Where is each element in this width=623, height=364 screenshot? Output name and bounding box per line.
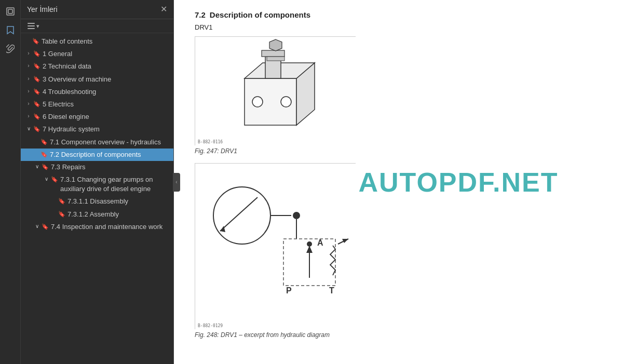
- paperclip-icon[interactable]: [3, 42, 18, 56]
- section-title: Description of components: [210, 10, 310, 19]
- sidebar-item-7-3-1-1-disassembly[interactable]: 🔖 7.3.1.1 Disassembly: [21, 195, 173, 208]
- figure-247-container: B-882-0116: [195, 36, 356, 145]
- figure-248-svg: A P T B-882-0129: [195, 164, 356, 330]
- svg-point-10: [281, 97, 291, 107]
- sidebar-toolbar: ▾: [21, 19, 173, 33]
- sidebar-item-7-2-description[interactable]: 🔖 7.2 Description of components: [21, 149, 173, 161]
- svg-rect-12: [262, 50, 285, 57]
- bookmark-panel-icon[interactable]: [3, 23, 18, 37]
- svg-rect-4: [28, 28, 35, 29]
- expand-icon[interactable]: ›: [25, 50, 32, 57]
- sidebar-item-label: 2 Technical data: [43, 62, 169, 71]
- expand-icon[interactable]: ∨: [43, 176, 50, 183]
- bookmark-icon: 🔖: [32, 37, 39, 45]
- expand-icon[interactable]: ∨: [25, 125, 32, 132]
- sidebar-item-label: 7.2 Description of components: [50, 150, 169, 159]
- bookmark-icon: 🔖: [33, 125, 40, 133]
- svg-marker-13: [269, 39, 282, 51]
- sidebar-item-label: Table of contents: [42, 37, 169, 46]
- sidebar-header: Yer İmleri ✕: [21, 0, 173, 19]
- svg-text:T: T: [329, 286, 334, 295]
- bookmark-icon: 🔖: [42, 163, 49, 171]
- sidebar-item-7-1-component[interactable]: 🔖 7.1 Component overview - hydraulics: [21, 136, 173, 149]
- toolbar-menu-button[interactable]: ▾: [27, 22, 39, 30]
- sidebar-item-2-technical[interactable]: › 🔖 2 Technical data: [21, 60, 173, 73]
- watermark-text: AUTOPDF.NET: [358, 167, 558, 198]
- sidebar-item-label: 6 Diesel engine: [43, 112, 169, 122]
- svg-text:B-882-0129: B-882-0129: [198, 323, 223, 328]
- sidebar-item-label: 4 Troubleshooting: [43, 87, 169, 97]
- bookmark-icon: 🔖: [33, 75, 40, 83]
- figure-247-caption: Fig. 247: DRV1: [195, 147, 602, 155]
- svg-point-17: [213, 187, 270, 244]
- sidebar-collapse-button[interactable]: ‹: [173, 173, 180, 192]
- svg-text:P: P: [286, 286, 292, 295]
- svg-rect-14: [267, 57, 285, 61]
- bookmark-icon: 🔖: [33, 50, 40, 58]
- expand-icon[interactable]: ∨: [33, 223, 40, 230]
- expand-icon[interactable]: ›: [25, 88, 32, 95]
- bookmark-icon: 🔖: [33, 113, 40, 120]
- figure-248-caption: Fig. 248: DRV1 – excerpt from hydraulic …: [195, 331, 602, 339]
- sidebar-item-label: 7.4 Inspection and maintenance work: [51, 222, 169, 232]
- bookmark-icon: 🔖: [33, 88, 40, 96]
- expand-icon[interactable]: ›: [25, 100, 32, 107]
- sidebar-content[interactable]: 🔖 Table of contents › 🔖 1 General › 🔖 2 …: [21, 33, 173, 364]
- sidebar-item-7-3-repairs[interactable]: ∨ 🔖 7.3 Repairs: [21, 161, 173, 173]
- sidebar-item-label: 7.3 Repairs: [51, 163, 169, 172]
- sidebar-item-label: 7 Hydraulic system: [43, 125, 169, 134]
- sidebar-panel: Yer İmleri ✕ ▾ 🔖 Table of contents › 🔖 1…: [21, 0, 174, 364]
- sidebar-item-label: 3 Overview of machine: [43, 75, 169, 84]
- sidebar-item-label: 1 General: [43, 49, 169, 59]
- sidebar-item-4-troubleshooting[interactable]: › 🔖 4 Troubleshooting: [21, 86, 173, 98]
- sidebar-item-7-3-1-changing[interactable]: ∨ 🔖 7.3.1 Changing gear pumps on auxilia…: [21, 173, 173, 195]
- sidebar-item-label: 5 Electrics: [43, 100, 169, 109]
- expand-icon[interactable]: ›: [25, 75, 32, 83]
- sidebar-item-toc[interactable]: 🔖 Table of contents: [21, 35, 173, 48]
- page-content: 7.2 Description of components DRV1: [174, 0, 623, 364]
- sidebar-item-6-diesel[interactable]: › 🔖 6 Diesel engine: [21, 111, 173, 123]
- bookmark-icon: 🔖: [51, 176, 58, 183]
- bookmark-icon: 🔖: [58, 197, 65, 205]
- drv1-label: DRV1: [195, 23, 602, 31]
- bookmark-icon: 🔖: [40, 138, 48, 146]
- bookmark-icon: 🔖: [58, 210, 65, 218]
- layers-icon[interactable]: [3, 4, 18, 19]
- bookmark-icon: 🔖: [33, 100, 40, 108]
- svg-text:A: A: [317, 238, 323, 247]
- sidebar-item-7-3-1-2-assembly[interactable]: 🔖 7.3.1.2 Assembly: [21, 208, 173, 221]
- main-content: 7.2 Description of components DRV1: [174, 0, 623, 364]
- svg-rect-1: [8, 9, 12, 14]
- left-toolbar: [0, 0, 21, 364]
- svg-rect-2: [28, 23, 35, 24]
- sidebar-item-1-general[interactable]: › 🔖 1 General: [21, 48, 173, 60]
- sidebar-item-5-electrics[interactable]: › 🔖 5 Electrics: [21, 98, 173, 111]
- sidebar-item-label: 7.3.1.2 Assembly: [67, 210, 169, 219]
- sidebar-item-label: 7.1 Component overview - hydraulics: [50, 138, 169, 147]
- expand-icon[interactable]: ∨: [33, 163, 40, 170]
- close-button[interactable]: ✕: [160, 5, 167, 14]
- svg-point-9: [252, 97, 263, 107]
- section-number: 7.2: [195, 10, 206, 19]
- sidebar-item-3-overview[interactable]: › 🔖 3 Overview of machine: [21, 73, 173, 86]
- expand-icon[interactable]: ›: [25, 113, 32, 120]
- bookmark-icon: 🔖: [33, 62, 40, 70]
- sidebar-item-7-4-inspection[interactable]: ∨ 🔖 7.4 Inspection and maintenance work: [21, 221, 173, 233]
- svg-rect-0: [7, 8, 14, 15]
- svg-text:B-882-0116: B-882-0116: [198, 140, 223, 144]
- bookmark-icon: 🔖: [42, 223, 49, 231]
- svg-point-21: [293, 212, 300, 219]
- expand-icon[interactable]: ›: [25, 62, 32, 70]
- bookmark-icon: 🔖: [40, 151, 48, 158]
- sidebar-item-7-hydraulic[interactable]: ∨ 🔖 7 Hydraulic system: [21, 123, 173, 136]
- sidebar-title: Yer İmleri: [27, 5, 58, 14]
- figure-248-container: A P T B-882-0129: [195, 163, 356, 329]
- figure-247-svg: B-882-0116: [195, 37, 356, 146]
- svg-rect-3: [28, 25, 35, 26]
- sidebar-item-label: 7.3.1 Changing gear pumps on auxiliary d…: [60, 175, 169, 194]
- sidebar-item-label: 7.3.1.1 Disassembly: [67, 197, 169, 206]
